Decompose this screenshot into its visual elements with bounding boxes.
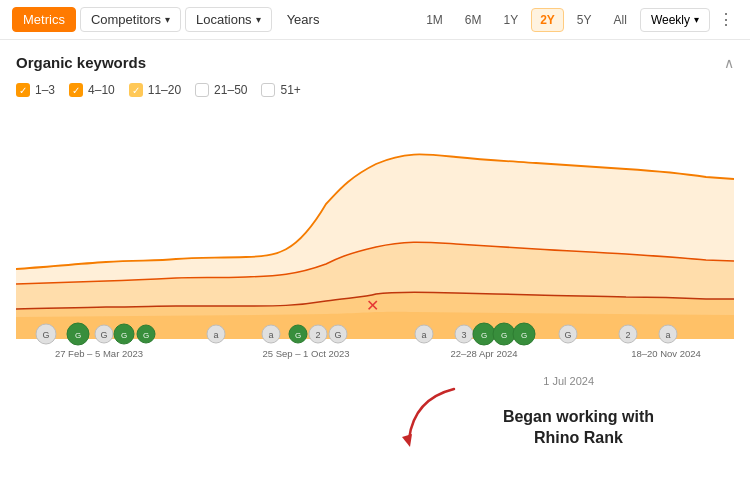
chart-svg: ✕ G G G G G a a G 2 — [16, 109, 734, 369]
time-5y-button[interactable]: 5Y — [568, 8, 601, 32]
legend-item-1-3[interactable]: ✓ 1–3 — [16, 83, 55, 97]
metrics-button[interactable]: Metrics — [12, 7, 76, 32]
svg-text:a: a — [268, 330, 273, 340]
checkbox-11-20[interactable]: ✓ — [129, 83, 143, 97]
more-options-button[interactable]: ⋮ — [714, 8, 738, 31]
svg-text:a: a — [421, 330, 426, 340]
svg-text:G: G — [100, 330, 107, 340]
main-content: Organic keywords ∧ ✓ 1–3 ✓ 4–10 ✓ 11–20 … — [0, 40, 750, 469]
checkbox-1-3[interactable]: ✓ — [16, 83, 30, 97]
annotation-bold-text: Began working withRhino Rank — [503, 407, 654, 449]
nav-left-group: Metrics Competitors Locations Years — [12, 7, 330, 32]
section-title: Organic keywords — [16, 54, 146, 71]
collapse-button[interactable]: ∧ — [724, 55, 734, 71]
time-6m-button[interactable]: 6M — [456, 8, 491, 32]
svg-text:G: G — [564, 330, 571, 340]
svg-text:a: a — [213, 330, 218, 340]
time-all-button[interactable]: All — [605, 8, 636, 32]
svg-text:G: G — [121, 331, 127, 340]
organic-keywords-chart: ✕ G G G G G a a G 2 — [16, 109, 734, 369]
svg-text:G: G — [481, 331, 487, 340]
locations-button[interactable]: Locations — [185, 7, 272, 32]
time-1y-button[interactable]: 1Y — [494, 8, 527, 32]
checkbox-4-10[interactable]: ✓ — [69, 83, 83, 97]
top-navigation: Metrics Competitors Locations Years 1M 6… — [0, 0, 750, 40]
svg-text:G: G — [75, 331, 81, 340]
svg-text:G: G — [143, 331, 149, 340]
competitors-button[interactable]: Competitors — [80, 7, 181, 32]
time-2y-button[interactable]: 2Y — [531, 8, 564, 32]
legend-item-51plus[interactable]: 51+ — [261, 83, 300, 97]
time-1m-button[interactable]: 1M — [417, 8, 452, 32]
checkbox-21-50[interactable] — [195, 83, 209, 97]
svg-text:G: G — [334, 330, 341, 340]
svg-text:G: G — [521, 331, 527, 340]
svg-text:a: a — [665, 330, 670, 340]
svg-text:G: G — [295, 331, 301, 340]
years-button[interactable]: Years — [276, 7, 331, 32]
x-label-2: 25 Sep – 1 Oct 2023 — [262, 348, 349, 359]
x-marker: ✕ — [366, 297, 379, 314]
svg-text:G: G — [501, 331, 507, 340]
x-label-4: 18–20 Nov 2024 — [631, 348, 701, 359]
annotation-arrow — [394, 379, 474, 449]
legend-item-11-20[interactable]: ✓ 11–20 — [129, 83, 181, 97]
chart-legend: ✓ 1–3 ✓ 4–10 ✓ 11–20 21–50 51+ — [16, 83, 734, 97]
annotation-text-block: Began working withRhino Rank — [503, 407, 654, 449]
svg-marker-18 — [402, 434, 412, 447]
annotation-date-label: 1 Jul 2024 — [543, 375, 594, 387]
event-dot-g1-label: G — [42, 330, 49, 340]
x-label-1: 27 Feb – 5 Mar 2023 — [55, 348, 143, 359]
x-label-3: 22–28 Apr 2024 — [450, 348, 517, 359]
annotation-area: 1 Jul 2024 Began working withRhino Rank — [16, 369, 734, 459]
svg-text:2: 2 — [625, 330, 630, 340]
checkbox-51plus[interactable] — [261, 83, 275, 97]
weekly-dropdown-button[interactable]: Weekly — [640, 8, 710, 32]
legend-item-21-50[interactable]: 21–50 — [195, 83, 247, 97]
svg-text:2: 2 — [315, 330, 320, 340]
section-header: Organic keywords ∧ — [16, 54, 734, 71]
svg-text:3: 3 — [461, 330, 466, 340]
nav-right-group: 1M 6M 1Y 2Y 5Y All Weekly ⋮ — [417, 8, 738, 32]
legend-item-4-10[interactable]: ✓ 4–10 — [69, 83, 115, 97]
